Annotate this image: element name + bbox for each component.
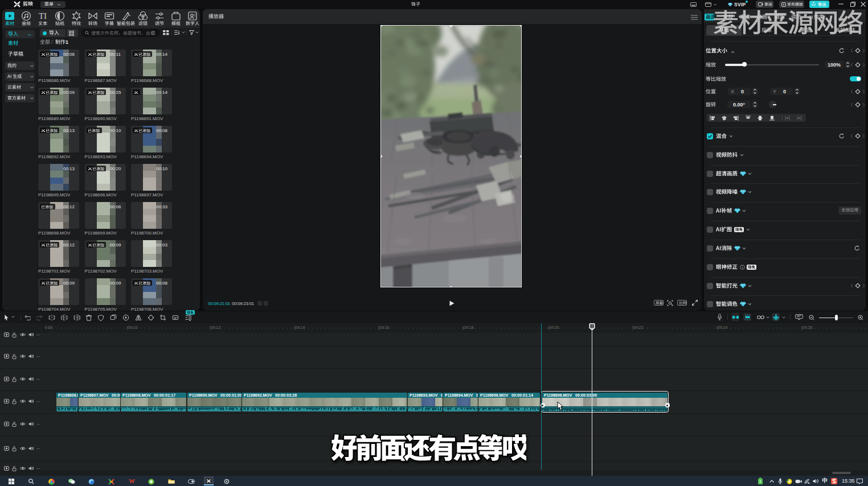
svg-text:TI: TI bbox=[39, 11, 47, 20]
